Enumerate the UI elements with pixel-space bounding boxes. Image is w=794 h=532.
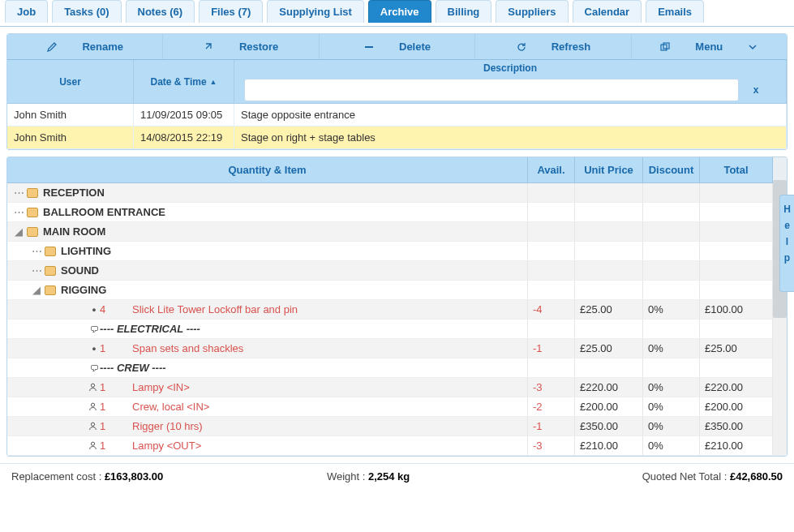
- person-icon: [88, 383, 100, 392]
- col-discount[interactable]: Discount: [643, 157, 700, 182]
- chevron-down-icon: [747, 41, 758, 53]
- bullet-icon: ●: [88, 345, 100, 353]
- item-name: Lampy <IN>: [132, 381, 190, 393]
- expand-icon[interactable]: ⋯: [30, 264, 43, 277]
- replacement-cost-value: £163,803.00: [105, 470, 163, 483]
- cell-discount: 0%: [643, 397, 700, 416]
- cell-total: £100.00: [700, 300, 773, 319]
- separator-row[interactable]: 🗩 ---- ELECTRICAL ----: [7, 320, 787, 339]
- quoted-total-value: £42,680.50: [730, 470, 783, 483]
- item-row[interactable]: 1Lampy <OUT>-3£210.000%£210.00: [7, 436, 787, 456]
- clear-filter-button[interactable]: x: [747, 84, 765, 96]
- menu-button[interactable]: Menu: [632, 34, 787, 59]
- expand-icon[interactable]: ◢: [30, 284, 43, 296]
- cell-discount: 0%: [643, 378, 700, 397]
- refresh-icon: [516, 41, 527, 53]
- person-icon: [88, 422, 100, 431]
- main-tabs: JobTasks (0)Notes (6)Files (7)Supplying …: [0, 0, 794, 27]
- col-unit-price[interactable]: Unit Price: [575, 157, 643, 182]
- item-row[interactable]: ● 1Span sets and shackles-1£25.000%£25.0…: [7, 339, 787, 358]
- archive-user: John Smith: [7, 104, 134, 126]
- col-description: Description x: [234, 60, 787, 103]
- col-total[interactable]: Total: [700, 157, 773, 182]
- cell-price: £200.00: [575, 397, 643, 416]
- tab-supplying-list[interactable]: Supplying List: [267, 0, 364, 23]
- expand-icon[interactable]: ⋯: [12, 187, 25, 199]
- cell-total: £25.00: [700, 339, 773, 358]
- group-row[interactable]: ⋯BALLROOM ENTRANCE: [7, 203, 787, 222]
- tab-files-7-[interactable]: Files (7): [199, 0, 263, 23]
- archive-row[interactable]: John Smith11/09/2015 09:05Stage opposite…: [7, 104, 787, 127]
- col-user[interactable]: User: [7, 60, 134, 103]
- expand-icon[interactable]: ◢: [12, 225, 25, 238]
- archive-description: Stage opposite entrance: [234, 104, 787, 126]
- cell-discount: 0%: [643, 339, 700, 358]
- minus-icon: [363, 41, 375, 53]
- expand-icon[interactable]: ⋯: [12, 206, 25, 218]
- refresh-button[interactable]: Refresh: [475, 34, 631, 59]
- tab-job[interactable]: Job: [5, 0, 48, 23]
- scrollbar-track[interactable]: [773, 157, 787, 182]
- weight-label: Weight :: [327, 470, 368, 483]
- help-tab[interactable]: H e l p: [779, 195, 794, 292]
- item-qty: 4: [100, 303, 124, 315]
- archive-row[interactable]: John Smith14/08/2015 22:19Stage on right…: [7, 127, 787, 149]
- pencil-icon: [46, 41, 58, 53]
- archive-datetime: 14/08/2015 22:19: [134, 127, 234, 148]
- item-name: Crew, local <IN>: [132, 401, 209, 413]
- cell-total: £350.00: [700, 417, 773, 435]
- item-row[interactable]: ● 4Slick Lite Tower Lockoff bar and pin-…: [7, 300, 787, 320]
- group-label: RIGGING: [61, 284, 106, 296]
- expand-icon[interactable]: ⋯: [30, 245, 43, 257]
- cell-price: £350.00: [575, 417, 643, 435]
- item-qty: 1: [100, 440, 124, 452]
- col-quantity-item[interactable]: Quantity & Item: [7, 157, 528, 182]
- grid-body: ⋯RECEPTION⋯BALLROOM ENTRANCE◢MAIN ROOM⋯L…: [7, 183, 787, 456]
- group-row[interactable]: ◢RIGGING: [7, 281, 787, 300]
- item-row[interactable]: 1Crew, local <IN>-2£200.000%£200.00: [7, 397, 787, 417]
- tab-calendar[interactable]: Calendar: [573, 0, 642, 23]
- item-qty: 1: [100, 401, 124, 413]
- separator-row[interactable]: 🗩 ---- CREW ----: [7, 358, 787, 378]
- svg-point-3: [91, 384, 94, 387]
- item-row[interactable]: 1Rigger (10 hrs)-1£350.000%£350.00: [7, 417, 787, 436]
- cell-total: £210.00: [700, 436, 773, 455]
- svg-point-6: [91, 442, 94, 445]
- tab-notes-6-[interactable]: Notes (6): [126, 0, 195, 23]
- tab-tasks-0-[interactable]: Tasks (0): [52, 0, 121, 23]
- delete-button[interactable]: Delete: [320, 34, 475, 59]
- col-avail[interactable]: Avail.: [528, 157, 575, 182]
- menu-label: Menu: [695, 41, 723, 53]
- restore-button[interactable]: Restore: [163, 34, 319, 59]
- rename-button[interactable]: Rename: [7, 34, 163, 59]
- group-label: RECEPTION: [43, 187, 105, 199]
- group-row[interactable]: ⋯LIGHTING: [7, 242, 787, 261]
- group-label: LIGHTING: [61, 245, 111, 257]
- col-datetime[interactable]: Date & Time ▲: [134, 60, 234, 103]
- separator-label: ---- CREW ----: [100, 362, 166, 374]
- group-label: SOUND: [61, 264, 99, 277]
- tab-suppliers[interactable]: Suppliers: [496, 0, 568, 23]
- item-row[interactable]: 1Lampy <IN>-3£220.000%£220.00: [7, 378, 787, 397]
- item-qty: 1: [100, 342, 124, 354]
- grid-header: Quantity & Item Avail. Unit Price Discou…: [7, 157, 787, 183]
- cell-price: £210.00: [575, 436, 643, 455]
- folder-icon: [45, 285, 56, 295]
- group-row[interactable]: ⋯SOUND: [7, 261, 787, 281]
- item-name: Rigger (10 hrs): [132, 420, 203, 432]
- description-filter-input[interactable]: [244, 79, 739, 101]
- cell-avail: -4: [528, 300, 575, 319]
- archive-columns: User Date & Time ▲ Description x: [7, 60, 787, 104]
- tab-billing[interactable]: Billing: [436, 0, 492, 23]
- svg-point-5: [91, 423, 94, 426]
- group-row[interactable]: ◢MAIN ROOM: [7, 222, 787, 242]
- tab-emails[interactable]: Emails: [646, 0, 704, 23]
- refresh-label: Refresh: [552, 41, 590, 53]
- cell-total: £220.00: [700, 378, 773, 397]
- group-row[interactable]: ⋯RECEPTION: [7, 183, 787, 203]
- tab-archive[interactable]: Archive: [368, 0, 431, 23]
- svg-rect-0: [365, 46, 373, 48]
- archive-datetime: 11/09/2015 09:05: [134, 104, 234, 126]
- group-label: MAIN ROOM: [43, 225, 105, 238]
- cell-price: £220.00: [575, 378, 643, 397]
